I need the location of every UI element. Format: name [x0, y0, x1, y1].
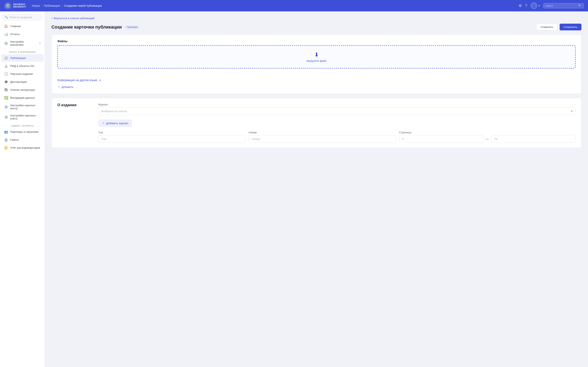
logo-icon: 🏛️	[4, 2, 11, 9]
stranicy-inputs: —	[399, 135, 576, 143]
nauch-uchet-icon: ⚙️	[4, 115, 8, 119]
tom-input-wrap	[98, 135, 245, 143]
page-header: Создание карточки публикации Черновик От…	[52, 24, 581, 30]
journal-placeholder: Выберите из списка	[101, 110, 127, 113]
cancel-button[interactable]: Отменить	[536, 24, 558, 30]
sidebar-item-partners-label: Партнеры и заказчики	[10, 130, 39, 133]
stranicy-field-group: Страницы —	[399, 131, 576, 143]
logo[interactable]: 🏛️ SECHENOV UNIVERSITY	[4, 2, 29, 9]
nauch-instr-icon: ⚙️	[4, 105, 8, 109]
search-input[interactable]	[545, 4, 577, 7]
sidebar-search-box[interactable]: 🔍	[2, 14, 42, 20]
smety-icon: 🏛️	[4, 138, 8, 142]
stranicy-s-input[interactable]	[399, 135, 483, 143]
logo-text: SECHENOV UNIVERSITY	[13, 3, 26, 8]
sidebar-item-dissertacii-label: Диссертации	[10, 80, 27, 83]
o-izdanii-layout: О издании Журнал Выберите из списка ▾ ＋ …	[52, 98, 581, 148]
nomer-input-wrap	[249, 135, 396, 143]
sidebar-item-validaciya[interactable]: ✅ Валидация данных	[1, 94, 43, 101]
sidebar-item-partners[interactable]: 👥 Партнеры и заказчики	[1, 128, 43, 136]
pages-dash: —	[485, 137, 489, 141]
file-dropzone[interactable]: ⬇ Загрузите файл	[57, 45, 576, 68]
sidebar-item-nauchnye[interactable]: 📋 Научные издания	[1, 70, 43, 78]
partners-icon: 👥	[4, 130, 8, 134]
avatar: 👤	[530, 2, 537, 9]
sidebar-item-publications-label: Публикации	[10, 57, 26, 59]
nomer-input[interactable]	[249, 135, 396, 143]
sidebar-item-validaciya-label: Валидация данных	[10, 96, 35, 99]
nomer-label: Номер	[249, 131, 396, 134]
breadcrumb-current: Создание новой публикации	[64, 4, 102, 7]
sidebar-search-area: 🔍	[0, 11, 45, 22]
sidebar-item-smety[interactable]: 🏛️ Сметы	[1, 136, 43, 143]
files-card: Файлы ⬇ Загрузите файл Информация на дру…	[52, 34, 581, 94]
add-journal-label: Добавить журнал	[106, 122, 129, 125]
publications-icon: 📰	[4, 56, 8, 60]
add-journal-button[interactable]: ＋ Добавить журнал	[98, 119, 132, 127]
rid-icon: 🔬	[4, 64, 8, 68]
save-button[interactable]: Сохранить	[560, 24, 581, 30]
tom-field-group: Том	[98, 131, 245, 143]
breadcrumb-nauka[interactable]: Наука	[32, 4, 40, 7]
sidebar-item-reports[interactable]: 📊 Отчеты	[1, 30, 43, 38]
home-icon: 🏠	[4, 24, 8, 28]
sidebar-item-rid[interactable]: 🔬 РИД и объекты ИС	[1, 62, 43, 70]
sidebar-item-reports-label: Отчеты	[10, 33, 20, 36]
main-content: ‹ Вернуться в список публикаций Создание…	[45, 11, 588, 367]
sidebar-item-uchet[interactable]: 📒 Учёт расходов/доходов	[1, 144, 43, 151]
breadcrumb-sep-2: ›	[61, 4, 62, 7]
sidebar-item-rid-label: РИД и объекты ИС	[10, 64, 35, 67]
info-lang-chevron-icon: ∧	[99, 78, 101, 82]
add-icon: ＋	[57, 85, 60, 89]
top-nav-actions: ⚙ ? 👤 ▾ 🔍	[519, 2, 584, 9]
nauchnye-icon: 📋	[4, 72, 8, 76]
stranicy-po-input[interactable]	[491, 135, 576, 143]
sidebar-item-dissertacii[interactable]: 🎓 Диссертации	[1, 78, 43, 86]
section-admin: АДМИН. СЕРВИСЫ	[0, 122, 45, 128]
info-lang-label: Информация на другом языке	[57, 78, 97, 82]
search-box[interactable]: 🔍	[543, 3, 584, 8]
sidebar-item-spiski-label: Списки литературы	[10, 88, 35, 91]
journal-field-group: Журнал Выберите из списка ▾	[98, 103, 576, 115]
files-section: Файлы ⬇ Загрузите файл	[52, 35, 581, 74]
sidebar-item-analytics-label: Настройки аналитики	[10, 40, 37, 46]
reports-icon: 📊	[4, 32, 8, 36]
user-menu[interactable]: 👤 ▾	[530, 2, 540, 9]
tom-input[interactable]	[98, 135, 245, 143]
sidebar-item-home[interactable]: 🏠 Главная	[1, 22, 43, 30]
sidebar-item-publications[interactable]: 📰 Публикации	[1, 54, 43, 62]
sidebar-item-nauch-instr[interactable]: ⚙️ Настройки научных инстр.	[1, 102, 43, 112]
breadcrumb-publikacii[interactable]: Публикации	[44, 4, 60, 7]
draft-badge: Черновик	[125, 25, 139, 29]
sidebar-item-analytics[interactable]: ⚙️ Настройки аналитики ▾	[1, 38, 43, 48]
sidebar-item-spiski[interactable]: 📚 Списки литературы	[1, 86, 43, 94]
add-info-button[interactable]: ＋ Добавить	[57, 85, 576, 89]
sidebar-item-smety-label: Сметы	[10, 138, 19, 141]
filters-icon[interactable]: ⚙	[519, 3, 522, 8]
analytics-expand-icon: ▾	[39, 42, 41, 45]
info-lang-section: Информация на другом языке ∧ ＋ Добавить	[52, 74, 581, 94]
journal-select[interactable]: Выберите из списка ▾	[98, 107, 576, 115]
help-icon[interactable]: ?	[525, 4, 527, 8]
tom-nomer-stranicy-row: Том Номер Страницы	[98, 131, 576, 143]
o-izdanii-title: О издании	[57, 103, 93, 107]
stranicy-s-wrap	[399, 135, 483, 143]
user-chevron-icon: ▾	[539, 4, 540, 7]
o-izdanii-card: О издании Журнал Выберите из списка ▾ ＋ …	[52, 98, 581, 148]
journal-chevron-icon: ▾	[571, 109, 572, 113]
sidebar-item-nauchnye-label: Научные издания	[10, 72, 33, 75]
o-izdanii-sidebar: О издании	[52, 98, 93, 148]
dropzone-text: Загрузите файл	[63, 59, 570, 62]
back-link[interactable]: ‹ Вернуться в список публикаций	[52, 16, 581, 20]
sidebar: 🔍 🏠 Главная 📊 Отчеты ⚙️ Настройки аналит…	[0, 11, 45, 367]
sidebar-item-home-label: Главная	[10, 25, 21, 28]
sidebar-item-nauch-uchet[interactable]: ⚙️ Настройки научного учёта	[1, 112, 43, 122]
sidebar-item-uchet-label: Учёт расходов/доходов	[10, 146, 40, 149]
sidebar-search-input[interactable]	[9, 16, 40, 19]
top-navigation: 🏛️ SECHENOV UNIVERSITY Наука › Публикаци…	[0, 0, 588, 11]
files-label: Файлы	[57, 40, 576, 43]
add-label: Добавить	[61, 85, 74, 89]
upload-icon: ⬇	[63, 51, 570, 58]
info-lang-toggle[interactable]: Информация на другом языке ∧	[57, 78, 576, 82]
o-izdanii-content: Журнал Выберите из списка ▾ ＋ Добавить ж…	[93, 98, 581, 148]
